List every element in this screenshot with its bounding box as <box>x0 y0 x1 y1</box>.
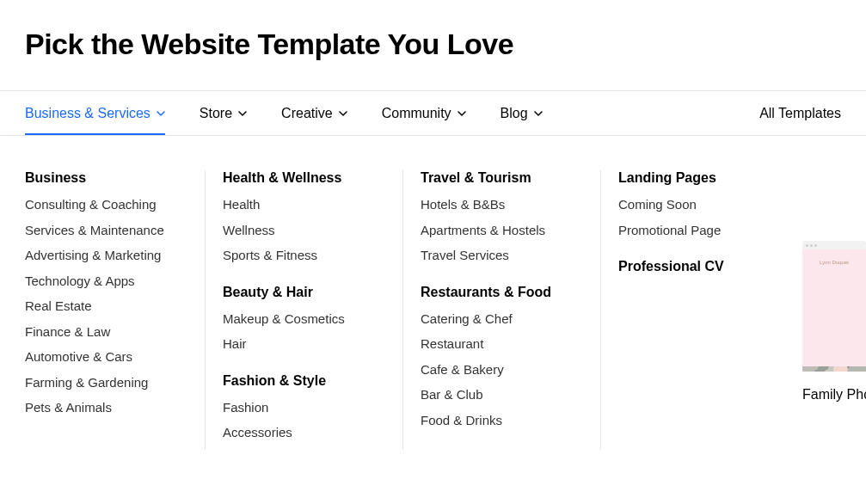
template-preview-image <box>802 366 866 372</box>
mega-link-hotels-bnbs[interactable]: Hotels & B&Bs <box>421 196 583 213</box>
nav-item-blog[interactable]: Blog <box>501 91 543 135</box>
window-dot-icon <box>810 244 813 247</box>
group-head-restaurants-food[interactable]: Restaurants & Food <box>421 285 583 300</box>
group-head-health-wellness[interactable]: Health & Wellness <box>223 170 385 186</box>
chevron-down-icon <box>157 109 165 118</box>
group-head-business[interactable]: Business <box>25 170 187 186</box>
nav-item-label: Community <box>382 106 451 121</box>
window-dot-icon <box>806 244 808 247</box>
group-health-wellness: Health & Wellness Health Wellness Sports… <box>223 170 385 264</box>
mega-link-apartments-hostels[interactable]: Apartments & Hostels <box>421 222 583 239</box>
nav-item-label: Business & Services <box>25 106 150 121</box>
group-professional-cv: Professional CV <box>618 259 781 274</box>
nav-item-label: Blog <box>501 106 528 121</box>
mega-link-advertising-marketing[interactable]: Advertising & Marketing <box>25 247 187 264</box>
chevron-down-icon <box>238 109 247 118</box>
mega-link-farming-gardening[interactable]: Farming & Gardening <box>25 374 187 391</box>
mega-link-accessories[interactable]: Accessories <box>223 424 385 441</box>
chevron-down-icon <box>458 109 466 118</box>
nav-left: Business & Services Store Creative Commu… <box>25 91 543 135</box>
mega-link-consulting-coaching[interactable]: Consulting & Coaching <box>25 196 187 213</box>
group-fashion-style: Fashion & Style Fashion Accessories <box>223 373 385 441</box>
group-travel-tourism: Travel & Tourism Hotels & B&Bs Apartment… <box>421 170 583 264</box>
nav-all-templates[interactable]: All Templates <box>759 106 841 121</box>
mega-link-finance-law[interactable]: Finance & Law <box>25 323 187 341</box>
mega-link-coming-soon[interactable]: Coming Soon <box>618 196 781 213</box>
group-head-fashion-style[interactable]: Fashion & Style <box>223 373 385 389</box>
template-preview-title: Lynn Duquet <box>820 260 849 265</box>
mega-link-cafe-bakery[interactable]: Cafe & Bakery <box>421 361 583 378</box>
mega-link-pets-animals[interactable]: Pets & Animals <box>25 399 187 416</box>
group-head-beauty-hair[interactable]: Beauty & Hair <box>223 285 385 300</box>
nav-item-store[interactable]: Store <box>200 91 247 135</box>
nav-item-label: Store <box>200 106 232 121</box>
chevron-down-icon <box>339 109 347 118</box>
mega-link-fashion[interactable]: Fashion <box>223 399 385 416</box>
group-beauty-hair: Beauty & Hair Makeup & Cosmetics Hair <box>223 285 385 353</box>
mega-link-automotive-cars[interactable]: Automotive & Cars <box>25 348 187 366</box>
group-landing-pages: Landing Pages Coming Soon Promotional Pa… <box>618 170 781 238</box>
mega-link-promotional-page[interactable]: Promotional Page <box>618 222 781 239</box>
mega-link-sports-fitness[interactable]: Sports & Fitness <box>223 247 385 264</box>
group-restaurants-food: Restaurants & Food Catering & Chef Resta… <box>421 285 583 429</box>
template-browser-chrome <box>802 241 866 249</box>
mega-column-1: Business Consulting & Coaching Services … <box>25 170 205 450</box>
template-caption: Family Pho <box>802 387 866 403</box>
mega-column-2: Health & Wellness Health Wellness Sports… <box>205 170 402 450</box>
group-head-landing-pages[interactable]: Landing Pages <box>618 170 781 186</box>
mega-link-wellness[interactable]: Wellness <box>223 222 385 239</box>
nav-item-community[interactable]: Community <box>382 91 466 135</box>
nav-item-label: Creative <box>281 106 333 121</box>
page-title: Pick the Website Template You Love <box>0 0 866 90</box>
mega-link-food-drinks[interactable]: Food & Drinks <box>421 412 583 429</box>
mega-column-4: Landing Pages Coming Soon Promotional Pa… <box>600 170 798 450</box>
chevron-down-icon <box>534 109 543 118</box>
mega-link-technology-apps[interactable]: Technology & Apps <box>25 273 187 290</box>
window-dot-icon <box>814 244 817 247</box>
nav-item-business-services[interactable]: Business & Services <box>25 91 165 135</box>
template-card-peek[interactable]: Lynn Duquet Family Pho <box>802 241 866 403</box>
mega-link-real-estate[interactable]: Real Estate <box>25 298 187 315</box>
mega-menu: Business Consulting & Coaching Services … <box>7 144 798 484</box>
mega-column-3: Travel & Tourism Hotels & B&Bs Apartment… <box>402 170 600 450</box>
nav-item-creative[interactable]: Creative <box>281 91 347 135</box>
template-preview: Lynn Duquet <box>802 249 866 372</box>
category-nav: Business & Services Store Creative Commu… <box>0 90 866 136</box>
group-head-travel-tourism[interactable]: Travel & Tourism <box>421 170 583 186</box>
group-head-professional-cv[interactable]: Professional CV <box>618 259 781 274</box>
mega-link-restaurant[interactable]: Restaurant <box>421 335 583 353</box>
mega-link-bar-club[interactable]: Bar & Club <box>421 386 583 403</box>
mega-link-health[interactable]: Health <box>223 196 385 213</box>
mega-link-catering-chef[interactable]: Catering & Chef <box>421 310 583 328</box>
mega-link-services-maintenance[interactable]: Services & Maintenance <box>25 222 187 239</box>
mega-link-hair[interactable]: Hair <box>223 335 385 353</box>
mega-link-makeup-cosmetics[interactable]: Makeup & Cosmetics <box>223 310 385 328</box>
group-business: Business Consulting & Coaching Services … <box>25 170 187 416</box>
mega-link-travel-services[interactable]: Travel Services <box>421 247 583 264</box>
